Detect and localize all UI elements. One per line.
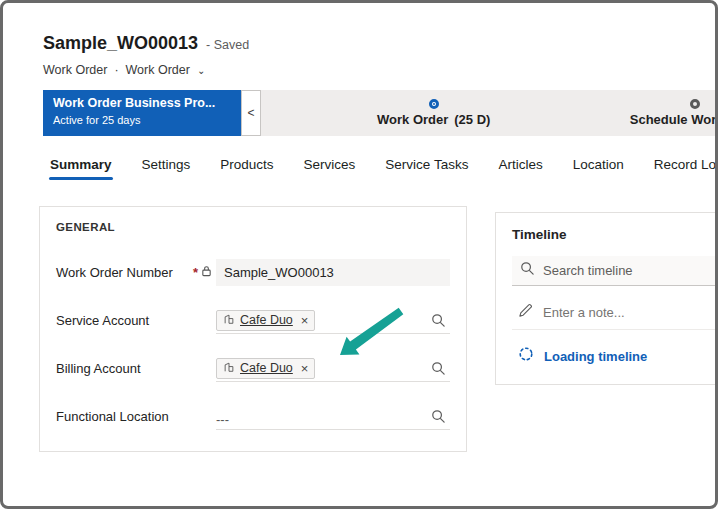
stage-label: Work Order xyxy=(377,112,448,127)
form-selector[interactable]: Work Order xyxy=(126,63,190,77)
tab-record-log[interactable]: Record Log xyxy=(653,151,718,182)
business-process-flow: Work Order Business Pro... Active for 25… xyxy=(43,90,715,136)
tab-services[interactable]: Services xyxy=(303,151,357,182)
stage-active-icon xyxy=(429,99,439,109)
breadcrumb: Work Order · Work Order ⌄ xyxy=(43,63,715,77)
timeline-loading: Loading timeline xyxy=(512,346,718,366)
stage-label: Schedule Work Ord... xyxy=(630,112,718,127)
main-content: GENERAL Work Order Number * Sa xyxy=(39,206,715,452)
field-label: Work Order Number xyxy=(56,265,173,280)
section-title-general: GENERAL xyxy=(56,221,450,233)
note-input[interactable] xyxy=(543,296,718,329)
bpf-stage-work-order[interactable]: Work Order(25 D) xyxy=(377,99,490,127)
functional-location-lookup[interactable]: --- xyxy=(216,403,450,430)
record-header: Sample_WO00013 - Saved Work Order · Work… xyxy=(3,3,715,77)
breadcrumb-separator: · xyxy=(114,63,118,77)
field-work-order-number: Work Order Number * Sample_WO00013 xyxy=(56,259,450,286)
chevron-down-icon[interactable]: ⌄ xyxy=(197,65,205,76)
timeline-note[interactable] xyxy=(512,296,718,330)
search-icon[interactable] xyxy=(431,361,446,376)
tab-service-tasks[interactable]: Service Tasks xyxy=(384,151,469,182)
bpf-active-duration: Active for 25 days xyxy=(53,114,231,126)
tab-summary[interactable]: Summary xyxy=(49,151,113,182)
tab-settings[interactable]: Settings xyxy=(141,151,192,182)
account-icon xyxy=(223,361,235,376)
account-link[interactable]: Cafe Duo xyxy=(240,361,293,375)
spinner-icon xyxy=(518,346,534,366)
field-functional-location: Functional Location --- xyxy=(56,403,450,430)
service-account-lookup[interactable]: Cafe Duo × xyxy=(216,307,450,334)
stage-future-icon xyxy=(690,99,700,109)
field-label: Billing Account xyxy=(56,355,216,382)
breadcrumb-entity: Work Order xyxy=(43,63,107,77)
bpf-track: Work Order(25 D) Schedule Work Ord... xyxy=(261,90,715,136)
tabs-bar: Summary Settings Products Services Servi… xyxy=(49,151,715,182)
general-section: GENERAL Work Order Number * Sa xyxy=(39,206,467,452)
tab-location[interactable]: Location xyxy=(572,151,625,182)
timeline-search[interactable] xyxy=(512,256,718,286)
empty-value: --- xyxy=(216,406,229,427)
required-asterisk: * xyxy=(193,264,198,282)
account-pill: Cafe Duo × xyxy=(216,358,315,379)
lock-icon xyxy=(201,264,212,282)
tab-articles[interactable]: Articles xyxy=(497,151,543,182)
bpf-active-stage-pill[interactable]: Work Order Business Pro... Active for 25… xyxy=(43,90,241,136)
search-icon[interactable] xyxy=(431,409,446,424)
account-pill: Cafe Duo × xyxy=(216,310,315,331)
save-status: - Saved xyxy=(206,38,249,52)
loading-text: Loading timeline xyxy=(544,349,647,364)
timeline-search-input[interactable] xyxy=(543,256,718,285)
field-label: Service Account xyxy=(56,307,216,334)
tab-products[interactable]: Products xyxy=(219,151,274,182)
close-icon[interactable]: × xyxy=(301,362,309,375)
field-service-account: Service Account Cafe Duo × xyxy=(56,307,450,334)
timeline-panel: Timeline Loading timeline xyxy=(495,212,718,385)
close-icon[interactable]: × xyxy=(301,314,309,327)
bpf-stage-schedule-work-order[interactable]: Schedule Work Ord... xyxy=(630,99,718,127)
billing-account-lookup[interactable]: Cafe Duo × xyxy=(216,355,450,382)
field-billing-account: Billing Account Cafe Duo × xyxy=(56,355,450,382)
account-link[interactable]: Cafe Duo xyxy=(240,313,293,327)
timeline-title: Timeline xyxy=(512,227,718,242)
stage-duration: (25 D) xyxy=(454,112,490,127)
field-label: Functional Location xyxy=(56,403,216,430)
work-order-number-value: Sample_WO00013 xyxy=(216,259,450,286)
pencil-icon xyxy=(518,303,533,322)
bpf-name: Work Order Business Pro... xyxy=(53,96,231,110)
search-icon[interactable] xyxy=(431,313,446,328)
app-window: Sample_WO00013 - Saved Work Order · Work… xyxy=(0,0,718,509)
search-icon xyxy=(520,261,535,280)
bpf-collapse-button[interactable]: < xyxy=(241,90,261,136)
account-icon xyxy=(223,313,235,328)
page-title: Sample_WO00013 xyxy=(43,33,198,54)
